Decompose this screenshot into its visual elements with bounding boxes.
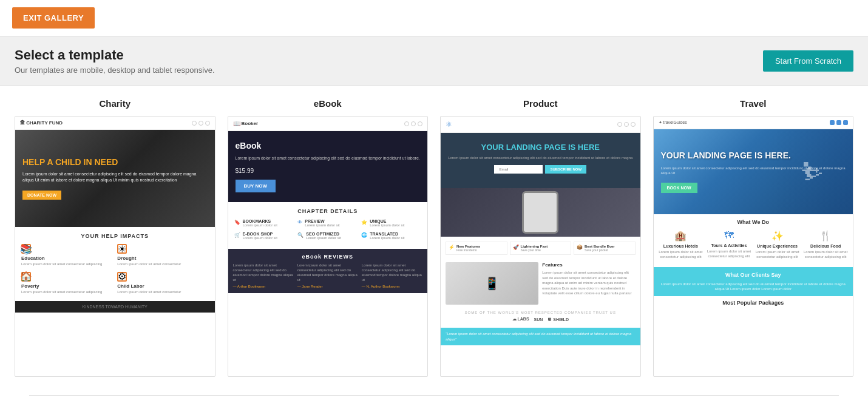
education-icon: 📚 xyxy=(21,244,31,254)
template-preview-charity[interactable]: 🏛 CHARITY FUND HELP A CHILD IN NEED Lore… xyxy=(15,116,215,377)
product-companies-logos: ☁ LABS SUN ⛨ SHIELD xyxy=(446,317,636,322)
product-email-input[interactable] xyxy=(494,165,543,174)
charity-icon-childlabor: ⚙ Child Labor Lorem ipsum dolor sit amet… xyxy=(117,272,208,295)
template-label-charity: Charity xyxy=(99,98,131,109)
bundle-icon: 📦 xyxy=(577,245,583,250)
travel-service-tours: 🗺 Tours & Activities Lorem ipsum dolor s… xyxy=(707,230,751,260)
ebook-hero-title: eBook xyxy=(236,141,421,151)
ebook-feature-translated: 🌐 TRANSLATEDLorem ipsum dolor sit xyxy=(361,232,421,241)
ebook-review-3: Lorem ipsum dolor sit amet consectetur a… xyxy=(362,263,422,288)
tours-icon: 🗺 xyxy=(707,230,751,241)
travel-what-we-do: What We Do 🏨 Luxurious Hotels Lorem ipsu… xyxy=(654,214,853,265)
ebook-features-grid: 🔖 BOOKMARKSLorem ipsum dolor sit 👁 PREVI… xyxy=(234,219,422,241)
charity-icons-grid: 📚 Education Lorem ipsum dolor sit amet c… xyxy=(21,244,209,295)
ebook-feature-preview: 👁 PREVIEWLorem ipsum dolor sit xyxy=(297,219,358,228)
ebook-header: 📖 Booker xyxy=(228,117,428,131)
ebook-chapters: CHAPTER DETAILS 🔖 BOOKMARKSLorem ipsum d… xyxy=(228,202,428,247)
facebook-icon xyxy=(830,120,835,125)
template-label-travel: Travel xyxy=(740,98,766,109)
charity-logo: 🏛 CHARITY FUND xyxy=(20,120,63,126)
charity-hero-body: Lorem ipsum dolor sit amet consectetur a… xyxy=(22,171,208,183)
ebook-logo-text: Booker xyxy=(242,121,259,126)
exit-gallery-button[interactable]: EXIT GALLERY xyxy=(12,7,95,29)
travel-book-button[interactable]: BOOK NOW xyxy=(661,183,697,193)
travel-hero-title: YOUR LANDING PAGE IS HERE. xyxy=(661,151,846,161)
ebook-logo-icon: 📖 xyxy=(233,120,240,127)
charity-impacts-title: YOUR HELP IMPACTS xyxy=(21,233,209,239)
ebook-reviews-grid: Lorem ipsum dolor sit amet consectetur a… xyxy=(233,263,423,288)
header-left: Select a template Our templates are mobi… xyxy=(15,47,215,75)
top-bar: EXIT GALLERY xyxy=(0,0,868,36)
travel-section-title: What We Do xyxy=(659,219,849,225)
ebook-hero: eBook Lorem ipsum dolor sit amet consect… xyxy=(228,131,428,202)
product-text-section: Features Lorem ipsum dolor sit amet cons… xyxy=(542,262,635,305)
travel-services-grid: 🏨 Luxurious Hotels Lorem ipsum dolor sit… xyxy=(659,230,849,260)
ebook-reviews: eBook REVIEWS Lorem ipsum dolor sit amet… xyxy=(228,249,428,293)
template-preview-ebook[interactable]: 📖 Booker eBook Lorem ipsum dolor sit ame… xyxy=(228,116,429,377)
charity-donate-button[interactable]: DONATE NOW xyxy=(22,191,61,200)
template-label-product: Product xyxy=(523,98,558,109)
company-sun: SUN xyxy=(534,317,543,322)
ebook-reviews-title: eBook REVIEWS xyxy=(233,254,423,260)
ebook-nav-circles xyxy=(404,121,422,126)
travel-header: ✦ travelGuides xyxy=(654,117,853,129)
product-header: ⚛ xyxy=(441,117,640,133)
product-phone-shape xyxy=(522,191,558,234)
ebook-feature-seo: 🔍 SEO OPTIMIZEDLorem ipsum dolor sit xyxy=(297,232,358,241)
charity-icon-label-poverty: Poverty xyxy=(21,283,112,289)
ebook-logo: 📖 Booker xyxy=(233,120,259,127)
product-image-text: 📱 Features Lorem ipsum dolor sit amet co… xyxy=(441,260,640,307)
ebook-price: $15.99 xyxy=(236,167,421,174)
travel-popular-title: Most Popular Packages xyxy=(659,300,849,306)
charity-icon-poverty: 🏠 Poverty Lorem ipsum dolor sit amet con… xyxy=(21,272,112,295)
charity-footer-text: KINDNESS TOWARD HUMANITY xyxy=(19,305,211,309)
product-feature-bundle: 📦 Best Bundle EverSave your pocket xyxy=(574,242,636,255)
charity-nav-circles xyxy=(192,121,210,126)
travel-hero: YOUR LANDING PAGE IS HERE. Lorem ipsum d… xyxy=(654,129,853,214)
charity-icon-text-education: Lorem ipsum dolor sit amet consectetur a… xyxy=(21,262,112,267)
product-image-placeholder: 📱 xyxy=(446,262,538,305)
template-preview-travel[interactable]: ✦ travelGuides YOUR LANDING PAGE IS HERE… xyxy=(653,116,854,377)
template-preview-product[interactable]: ⚛ YOUR LANDING PAGE IS HERE Lorem ipsum … xyxy=(440,116,641,377)
lightning-icon: 🚀 xyxy=(513,245,519,250)
product-hero-text: Lorem ipsum dolor sit amet consectetur a… xyxy=(448,155,633,160)
page-title: Select a template xyxy=(15,47,215,63)
product-input-row: SUBSCRIBE NOW xyxy=(448,165,633,174)
product-subscribe-button[interactable]: SUBSCRIBE NOW xyxy=(545,165,586,174)
travel-service-hotels: 🏨 Luxurious Hotels Lorem ipsum dolor sit… xyxy=(659,230,704,260)
charity-icon-drought: ☀ Drought Lorem ipsum dolor sit amet con… xyxy=(117,244,208,267)
product-companies: SOME OF THE WORLD'S MOST RESPECTED COMPA… xyxy=(441,307,640,325)
company-shield: ⛨ SHIELD xyxy=(548,317,569,322)
ebook-buy-button[interactable]: BUY NOW xyxy=(236,180,276,192)
product-phone-mockup xyxy=(441,188,640,237)
company-labs: ☁ LABS xyxy=(512,317,529,322)
ebook-feature-bookmarks: 🔖 BOOKMARKSLorem ipsum dolor sit xyxy=(234,219,294,228)
travel-clients-section: What Our Clients Say Lorem ipsum dolor s… xyxy=(654,267,853,297)
hotels-icon: 🏨 xyxy=(659,230,704,242)
twitter-icon xyxy=(836,120,841,125)
product-feature-new: ⚡ New FeaturesFree trial demo xyxy=(446,242,507,255)
charity-icon-label-childlabor: Child Labor xyxy=(117,283,208,289)
translated-icon: 🌐 xyxy=(361,232,367,238)
ebook-chapters-title: CHAPTER DETAILS xyxy=(234,208,422,214)
start-from-scratch-button[interactable]: Start From Scratch xyxy=(763,50,853,72)
product-testimonial-text: "Lorem ipsum dolor sit amet consectetur … xyxy=(446,331,636,342)
food-icon: 🍴 xyxy=(803,230,848,242)
experiences-icon: ✨ xyxy=(755,230,800,242)
product-hero: YOUR LANDING PAGE IS HERE Lorem ipsum do… xyxy=(441,133,640,188)
product-nav-circles xyxy=(617,122,636,127)
charity-icon-label-drought: Drought xyxy=(117,255,208,261)
product-features-section: ⚡ New FeaturesFree trial demo 🚀 Lighteni… xyxy=(441,237,640,260)
travel-popular-packages: Most Popular Packages xyxy=(654,296,853,310)
instagram-icon xyxy=(843,120,848,125)
charity-icon-education: 📚 Education Lorem ipsum dolor sit amet c… xyxy=(21,244,112,267)
template-item-charity: Charity 🏛 CHARITY FUND HELP A CHILD IN N… xyxy=(15,98,215,377)
template-item-ebook: eBook 📖 Booker eBook Lorem ipsum dolor s… xyxy=(228,98,429,377)
product-feature-fast: 🚀 Lightening FastSave your time xyxy=(510,242,572,255)
new-features-icon: ⚡ xyxy=(449,245,455,250)
page-subtitle: Our templates are mobile, desktop and ta… xyxy=(15,66,215,75)
travel-service-food: 🍴 Delicious Food Lorem ipsum dolor sit a… xyxy=(803,230,848,260)
travel-hero-text: YOUR LANDING PAGE IS HERE. Lorem ipsum d… xyxy=(661,151,846,193)
bookmarks-icon: 🔖 xyxy=(234,220,240,225)
charity-icon-text-drought: Lorem ipsum dolor sit amet consectetur xyxy=(117,262,208,267)
